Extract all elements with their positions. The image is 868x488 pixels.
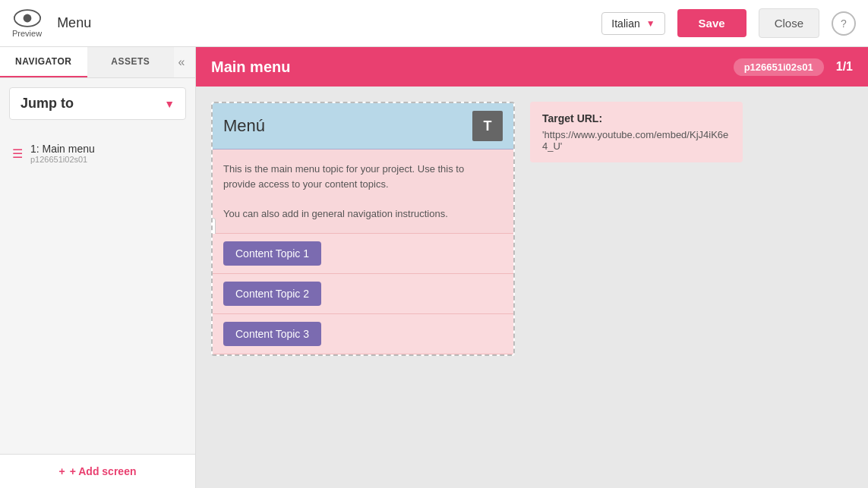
- save-button[interactable]: Save: [677, 9, 746, 37]
- topic-button-1[interactable]: Content Topic 1: [223, 241, 321, 266]
- topic-row-1: Content Topic 1: [213, 234, 513, 274]
- tab-navigator[interactable]: NAVIGATOR: [0, 47, 87, 77]
- language-arrow-icon: ▼: [646, 18, 655, 29]
- hamburger-icon: ☰: [12, 146, 23, 161]
- content-header: Main menu p126651i02s01 1/1: [196, 47, 868, 87]
- main-panel: ⠿ Menú T This is the main menu topic for…: [211, 102, 515, 356]
- close-button[interactable]: Close: [759, 8, 819, 38]
- menu-header-block: Menú T: [213, 103, 513, 150]
- menu-description-block: This is the main menu topic for your pro…: [213, 150, 513, 234]
- language-dropdown[interactable]: Italian ▼: [601, 12, 664, 35]
- sidebar: NAVIGATOR ASSETS « Jump to ▼ ☰ 1: Main m…: [0, 47, 196, 488]
- topic-button-2[interactable]: Content Topic 2: [223, 282, 321, 306]
- plus-icon: +: [59, 465, 65, 477]
- menu-title: Menu: [57, 15, 91, 31]
- jump-to-button[interactable]: Jump to ▼: [9, 87, 186, 120]
- side-panel: Target URL: 'https://www.youtube.com/emb…: [530, 102, 743, 162]
- content-area: Main menu p126651i02s01 1/1 ⠿ Menú T: [196, 47, 868, 488]
- sidebar-item-main-menu[interactable]: ☰ 1: Main menu p126651i02s01: [0, 135, 195, 172]
- target-url-label: Target URL:: [542, 112, 731, 124]
- preview-label: Preview: [12, 29, 42, 38]
- sidebar-item-text: 1: Main menu p126651i02s01: [30, 143, 95, 164]
- svg-point-1: [23, 14, 31, 22]
- target-url-card: Target URL: 'https://www.youtube.com/emb…: [530, 102, 743, 162]
- add-screen-button[interactable]: + + Add screen: [0, 454, 195, 488]
- sidebar-items: ☰ 1: Main menu p126651i02s01: [0, 129, 195, 454]
- tab-assets[interactable]: ASSETS: [87, 47, 175, 77]
- t-icon: T: [472, 111, 503, 141]
- sidebar-item-id: p126651i02s01: [30, 155, 95, 164]
- jump-to-arrow-icon: ▼: [164, 98, 175, 110]
- target-url-value: 'https://www.youtube.com/embed/KjJ4iK6e4…: [542, 129, 731, 152]
- topic-row-3: Content Topic 3: [213, 314, 513, 354]
- content-header-title: Main menu: [211, 58, 290, 76]
- topic-row-2: Content Topic 2: [213, 274, 513, 314]
- preview-button[interactable]: Preview: [12, 9, 42, 38]
- main-layout: NAVIGATOR ASSETS « Jump to ▼ ☰ 1: Main m…: [0, 47, 868, 488]
- help-button[interactable]: ?: [832, 11, 856, 36]
- jump-to-label: Jump to: [21, 96, 74, 112]
- screen-counter: 1/1: [836, 60, 853, 74]
- topbar: Preview Menu Italian ▼ Save Close ?: [0, 0, 868, 47]
- add-screen-label: + Add screen: [70, 465, 137, 477]
- menu-description-text: This is the main menu topic for your pro…: [223, 162, 503, 221]
- language-value: Italian: [611, 17, 639, 30]
- menu-title-text: Menú: [223, 116, 265, 136]
- help-icon: ?: [841, 17, 847, 30]
- sidebar-tabs-row: NAVIGATOR ASSETS «: [0, 47, 195, 78]
- collapse-sidebar-button[interactable]: «: [174, 52, 195, 73]
- topic-button-3[interactable]: Content Topic 3: [223, 322, 321, 346]
- canvas-area: ⠿ Menú T This is the main menu topic for…: [196, 87, 868, 488]
- sidebar-item-name: 1: Main menu: [30, 143, 95, 155]
- chevron-double-left-icon: «: [178, 55, 185, 69]
- screen-id-badge: p126651i02s01: [734, 58, 824, 76]
- content-header-right: p126651i02s01 1/1: [734, 58, 853, 76]
- jump-to-container: Jump to ▼: [0, 78, 195, 129]
